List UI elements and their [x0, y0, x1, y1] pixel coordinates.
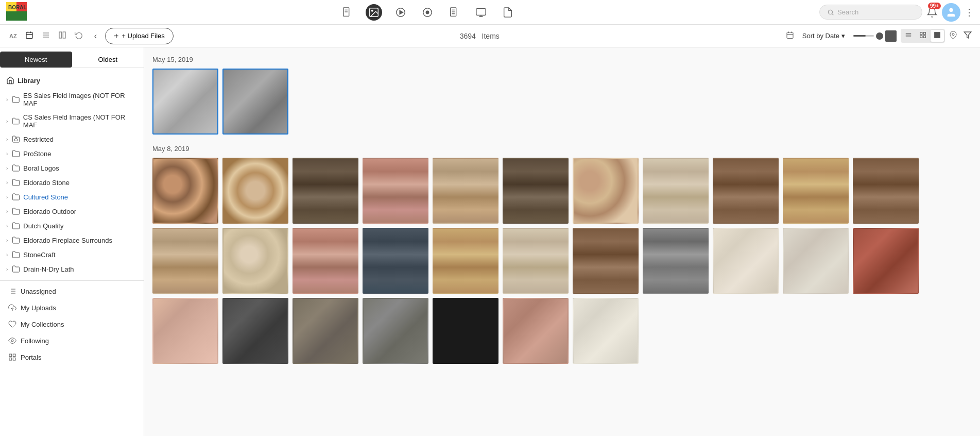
tab-oldest[interactable]: Oldest: [72, 52, 144, 68]
nav-image-icon[interactable]: [366, 4, 382, 21]
undo-icon[interactable]: [72, 29, 86, 43]
image-tile[interactable]: [433, 298, 498, 364]
list-view-button[interactable]: [902, 30, 915, 42]
image-tile[interactable]: [222, 69, 288, 135]
upload-files-button[interactable]: + + Upload Files: [105, 28, 174, 44]
image-tile[interactable]: [433, 158, 498, 224]
image-tile[interactable]: [853, 228, 919, 294]
chevron-icon: ›: [6, 97, 8, 103]
sidebar-item-following[interactable]: Following: [0, 332, 144, 349]
grid-large-view-button[interactable]: [931, 30, 944, 42]
search-bar[interactable]: Search: [819, 5, 922, 20]
toolbar-right: Sort by Date ▾: [786, 29, 974, 43]
sidebar-item-es-sales[interactable]: › ES Sales Field Images (NOT FOR MAF: [0, 89, 144, 110]
calendar-icon[interactable]: [22, 29, 37, 43]
nav-document-icon[interactable]: [339, 4, 355, 21]
image-tile[interactable]: [293, 298, 358, 364]
notification-badge[interactable]: 99+: [926, 7, 938, 18]
top-navigation: BORAL: [0, 0, 980, 25]
sort-az-icon[interactable]: AZ: [6, 31, 20, 41]
image-tile[interactable]: [503, 158, 569, 224]
image-tile[interactable]: [643, 228, 709, 294]
nav-audio-icon[interactable]: [419, 4, 436, 21]
svg-rect-40: [920, 32, 922, 35]
chevron-icon: ›: [6, 180, 8, 186]
svg-rect-18: [476, 8, 485, 15]
columns-icon[interactable]: [55, 29, 70, 43]
filter-icon[interactable]: [961, 29, 974, 43]
tab-newest[interactable]: Newest: [0, 52, 72, 68]
sidebar-label-dutch-quality: Dutch Quality: [23, 222, 63, 230]
image-tile[interactable]: [152, 158, 218, 224]
nav-file-icon[interactable]: [446, 4, 462, 21]
sidebar-item-drain-n-dry[interactable]: › Drain-N-Dry Lath: [0, 262, 144, 276]
image-tile[interactable]: [152, 228, 218, 294]
chevron-icon: ›: [6, 151, 8, 157]
image-tile[interactable]: [853, 158, 919, 224]
image-tile[interactable]: [293, 158, 358, 224]
image-tile[interactable]: [433, 228, 498, 294]
sort-calendar-icon[interactable]: [786, 31, 794, 41]
image-tile[interactable]: [573, 298, 639, 364]
sidebar-item-my-uploads[interactable]: My Uploads: [0, 299, 144, 316]
grid-small-view-button[interactable]: [916, 30, 930, 42]
image-tile[interactable]: [363, 298, 428, 364]
slider-knob[interactable]: [876, 32, 883, 40]
chevron-icon: ›: [6, 194, 8, 200]
date-label-may15: May 15, 2019: [152, 56, 972, 63]
sidebar-label-es-sales: ES Sales Field Images (NOT FOR MAF: [23, 92, 137, 107]
image-tile[interactable]: [503, 298, 569, 364]
sidebar-item-dutch-quality[interactable]: › Dutch Quality: [0, 219, 144, 233]
image-tile[interactable]: [293, 228, 358, 294]
sidebar-item-boral-logos[interactable]: › Boral Logos: [0, 161, 144, 175]
chevron-icon: ›: [6, 119, 8, 124]
sidebar-item-my-collections[interactable]: My Collections: [0, 316, 144, 332]
user-avatar[interactable]: [942, 3, 960, 22]
svg-rect-24: [26, 32, 32, 39]
sidebar-item-eldorado-stone[interactable]: › Eldorado Stone: [0, 175, 144, 190]
image-tile[interactable]: [503, 228, 569, 294]
svg-rect-61: [9, 358, 12, 360]
sidebar-item-unassigned[interactable]: Unassigned: [0, 283, 144, 299]
sidebar-item-eldorado-fireplace[interactable]: › Eldorado Fireplace Surrounds: [0, 233, 144, 247]
sidebar-item-eldorado-outdoor[interactable]: › Eldorado Outdoor: [0, 204, 144, 219]
image-tile[interactable]: [222, 228, 288, 294]
image-tile[interactable]: [713, 228, 779, 294]
image-tile[interactable]: [783, 158, 849, 224]
sidebar-label-drain-n-dry: Drain-N-Dry Lath: [23, 265, 74, 273]
nav-doc2-icon[interactable]: [500, 4, 516, 21]
image-tile[interactable]: [783, 228, 849, 294]
svg-rect-50: [15, 139, 18, 141]
sidebar-item-restricted[interactable]: › Restricted: [0, 132, 144, 146]
sidebar-item-prostone[interactable]: › ProStone: [0, 146, 144, 161]
image-tile[interactable]: [363, 228, 428, 294]
sidebar-label-eldorado-stone: Eldorado Stone: [23, 179, 70, 187]
nav-monitor-icon[interactable]: [473, 4, 489, 21]
sidebar-item-portals[interactable]: Portals: [0, 349, 144, 365]
image-tile[interactable]: [713, 158, 779, 224]
image-tile[interactable]: [152, 298, 218, 364]
image-tile[interactable]: [222, 158, 288, 224]
logo[interactable]: BORAL: [6, 2, 35, 22]
image-tile[interactable]: [363, 158, 428, 224]
sidebar: Newest Oldest Library › ES Sales Field I…: [0, 47, 144, 436]
image-tile[interactable]: [222, 298, 288, 364]
image-tile[interactable]: [152, 69, 218, 135]
nav-video-icon[interactable]: [392, 4, 409, 21]
back-button[interactable]: ‹: [90, 29, 101, 43]
sort-by-date-button[interactable]: Sort by Date ▾: [798, 30, 849, 42]
svg-rect-44: [935, 32, 937, 35]
image-tile[interactable]: [573, 158, 639, 224]
sidebar-label-restricted: Restricted: [23, 136, 54, 143]
label-my-uploads: My Uploads: [21, 304, 56, 312]
image-tile[interactable]: [643, 158, 709, 224]
sidebar-item-stonecraft[interactable]: › StoneCraft: [0, 247, 144, 262]
location-icon[interactable]: [949, 31, 957, 41]
sidebar-item-cultured-stone[interactable]: › Cultured Stone: [0, 190, 144, 204]
size-slider[interactable]: [853, 30, 897, 42]
list-view-icon[interactable]: [39, 29, 53, 43]
more-options-icon[interactable]: ⋮: [965, 7, 974, 18]
sidebar-item-cs-sales[interactable]: › CS Sales Field Images (NOT FOR MAF: [0, 110, 144, 132]
image-tile[interactable]: [573, 228, 639, 294]
svg-rect-45: [938, 32, 940, 35]
